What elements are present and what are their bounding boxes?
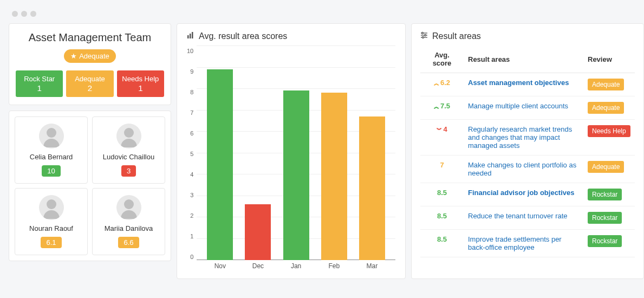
svg-rect-4 — [187, 35, 189, 38]
bar[interactable] — [321, 93, 347, 260]
bar[interactable] — [245, 204, 271, 260]
review-pill: Adequate — [588, 79, 624, 90]
person-score: 6.1 — [41, 237, 61, 248]
person-name: Ludovic Chaillou — [97, 153, 160, 161]
table-row: ︽6.2Asset management objectivesAdequate — [420, 73, 635, 96]
chevron-up-icon: ︽ — [434, 80, 439, 86]
table-row: 8.5Reduce the tenant turnover rateRockst… — [420, 206, 635, 230]
sliders-icon — [420, 31, 428, 41]
star-icon: ★ — [70, 52, 77, 60]
chart-panel: Avg. result area scores 109876543210 Nov… — [177, 23, 406, 279]
status-label: Adequate — [68, 75, 111, 83]
result-area-link[interactable]: Reduce the tenant turnover rate — [468, 212, 568, 220]
window-dot — [12, 11, 18, 17]
y-tick: 6 — [187, 130, 193, 137]
result-area-link[interactable]: Improve trade settlements per back-offic… — [468, 235, 562, 251]
team-badge-label: Adequate — [79, 52, 109, 60]
result-area-link[interactable]: Make changes to client portfolio as need… — [468, 161, 576, 177]
y-tick: 8 — [187, 89, 193, 95]
chevron-down-icon: ︾ — [437, 127, 442, 133]
results-title: Result areas — [432, 31, 481, 41]
person-score: 6.6 — [118, 237, 139, 248]
status-box[interactable]: Rock Star1 — [16, 70, 63, 97]
y-tick: 4 — [187, 171, 193, 178]
y-tick: 7 — [187, 109, 193, 116]
row-score: 7 — [440, 161, 444, 169]
review-pill: Rockstar — [588, 235, 622, 247]
status-row: Rock Star1Adequate2Needs Help1 — [16, 70, 164, 97]
avatar — [116, 195, 141, 220]
bar[interactable] — [207, 69, 233, 260]
chart-wrap: 109876543210 NovDecJanFebMar — [187, 46, 395, 273]
y-tick: 9 — [187, 68, 193, 75]
svg-point-10 — [422, 33, 424, 34]
person-card[interactable]: Nouran Raouf6.1 — [15, 188, 88, 255]
plot-area: NovDecJanFebMar — [197, 46, 395, 273]
row-score: 8.5 — [437, 212, 447, 220]
bar[interactable] — [359, 116, 385, 260]
row-score: ︽7.5 — [434, 102, 450, 110]
person-card[interactable]: Celia Bernard10 — [15, 116, 88, 184]
table-row: ︽7.5Manage multiple client accountsAdequ… — [420, 96, 635, 120]
status-label: Rock Star — [18, 75, 61, 83]
result-area-link[interactable]: Asset management objectives — [468, 79, 569, 87]
table-row: ︾4Regularly research market trends and c… — [420, 120, 635, 156]
browser-chrome — [4, 4, 644, 23]
svg-point-1 — [124, 128, 134, 138]
chart-title: Avg. result area scores — [199, 31, 287, 41]
bars — [197, 46, 395, 260]
window-dot — [30, 11, 36, 17]
col-review: Review — [583, 46, 635, 73]
person-name: Nouran Raouf — [19, 224, 83, 232]
x-tick: Mar — [359, 262, 385, 273]
table-row: 8.5Improve trade settlements per back-of… — [420, 230, 635, 257]
review-pill: Needs Help — [588, 125, 630, 137]
team-panel: Asset Management Team ★ Adequate Rock St… — [9, 23, 171, 105]
person-score: 3 — [121, 165, 136, 177]
results-header: Result areas — [420, 31, 635, 41]
review-pill: Adequate — [588, 102, 624, 114]
team-title: Asset Management Team — [16, 31, 164, 44]
status-count: 1 — [18, 83, 61, 93]
y-tick: 1 — [187, 233, 193, 239]
x-tick: Nov — [207, 262, 233, 273]
left-column: Asset Management Team ★ Adequate Rock St… — [9, 23, 171, 279]
people-panel: Celia Bernard10Ludovic Chaillou3Nouran R… — [9, 111, 171, 261]
avatar — [39, 124, 64, 148]
result-area-link[interactable]: Financial advisor job objectives — [468, 189, 575, 197]
col-area: Result areas — [464, 46, 583, 73]
status-box[interactable]: Needs Help1 — [117, 70, 164, 97]
dashboard: Asset Management Team ★ Adequate Rock St… — [4, 23, 644, 283]
row-score: ︾4 — [437, 125, 447, 133]
window-dot — [21, 11, 27, 17]
result-area-link[interactable]: Manage multiple client accounts — [468, 102, 568, 110]
status-box[interactable]: Adequate2 — [66, 70, 113, 97]
table-row: 8.5Financial advisor job objectivesRocks… — [420, 183, 635, 206]
team-badge[interactable]: ★ Adequate — [64, 49, 116, 63]
result-area-link[interactable]: Regularly research market trends and cha… — [468, 125, 572, 150]
person-name: Mariia Danilova — [97, 224, 160, 232]
x-tick: Dec — [245, 262, 271, 273]
person-name: Celia Bernard — [19, 153, 83, 161]
svg-rect-6 — [192, 32, 193, 38]
y-tick: 5 — [187, 151, 193, 157]
results-table: Avg. score Result areas Review ︽6.2Asset… — [420, 46, 635, 257]
x-tick: Feb — [321, 262, 347, 273]
review-pill: Rockstar — [588, 189, 622, 200]
person-card[interactable]: Mariia Danilova6.6 — [92, 188, 165, 255]
status-count: 2 — [68, 83, 111, 93]
svg-point-0 — [47, 128, 56, 138]
row-score: ︽6.2 — [434, 79, 450, 87]
bar[interactable] — [283, 90, 309, 260]
status-label: Needs Help — [119, 75, 162, 83]
review-pill: Rockstar — [588, 212, 622, 224]
y-tick: 10 — [187, 48, 193, 54]
person-card[interactable]: Ludovic Chaillou3 — [92, 116, 165, 184]
person-score: 10 — [42, 165, 60, 177]
review-pill: Adequate — [588, 161, 624, 173]
browser-frame: Asset Management Team ★ Adequate Rock St… — [4, 4, 644, 283]
y-tick: 0 — [187, 254, 193, 260]
svg-point-2 — [47, 199, 56, 209]
bar-chart-icon — [187, 31, 194, 41]
chart-header: Avg. result area scores — [187, 31, 395, 41]
